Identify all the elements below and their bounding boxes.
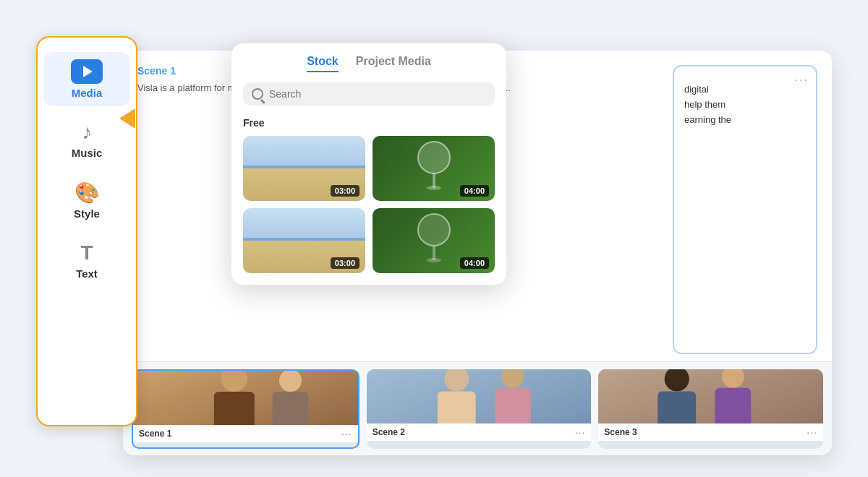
video-thumb-4[interactable]: 04:00	[373, 208, 495, 273]
search-icon	[252, 88, 263, 100]
tab-project-media[interactable]: Project Media	[356, 55, 431, 72]
svg-point-18	[418, 214, 450, 246]
video-duration-4: 04:00	[460, 257, 489, 269]
sidebar: Media ♪ Music 🎨 Style T Text	[36, 36, 137, 426]
right-content-card: ··· digitalhelp themearning the	[673, 65, 817, 354]
scene-card-1-label: Scene 1	[139, 429, 171, 439]
scene-2-thumbnail	[367, 369, 592, 424]
video-duration-1: 03:00	[331, 185, 359, 197]
svg-point-17	[427, 186, 441, 190]
stock-panel: Stock Project Media Free 03:00	[231, 43, 506, 285]
main-scene: Scene 1 Visla is a platform for marketer…	[36, 22, 832, 455]
right-card-menu-icon[interactable]: ···	[795, 74, 809, 87]
style-icon: 🎨	[75, 181, 100, 205]
search-input[interactable]	[269, 88, 486, 100]
stock-tabs: Stock Project Media	[243, 55, 495, 72]
scene-card-3-bottom: Scene 3 ···	[598, 424, 823, 441]
sidebar-label-text: Text	[76, 267, 98, 280]
sidebar-label-media: Media	[72, 87, 103, 99]
sidebar-item-media[interactable]: Media	[43, 52, 130, 106]
video-grid: 03:00 04:00	[243, 136, 495, 273]
sidebar-item-style[interactable]: 🎨 Style	[43, 173, 130, 227]
play-icon	[83, 66, 93, 77]
sidebar-item-text[interactable]: T Text	[43, 234, 130, 287]
sidebar-label-style: Style	[74, 207, 100, 220]
svg-point-20	[427, 258, 441, 262]
scene-1-thumbnail	[133, 371, 358, 425]
video-duration-2: 04:00	[460, 185, 489, 197]
right-card-text: digitalhelp themearning the	[684, 82, 806, 127]
scene-card-3[interactable]: Scene 3 ···	[598, 369, 823, 449]
search-bar[interactable]	[243, 82, 495, 106]
video-thumb-2[interactable]: 04:00	[373, 136, 495, 201]
video-thumb-1[interactable]: 03:00	[243, 136, 365, 201]
svg-rect-14	[715, 387, 752, 423]
free-section-label: Free	[243, 117, 495, 129]
svg-rect-9	[495, 387, 531, 423]
text-icon: T	[80, 241, 93, 265]
scene-card-1[interactable]: Scene 1 ···	[132, 369, 359, 449]
music-icon: ♪	[82, 121, 92, 144]
media-icon	[71, 59, 103, 84]
svg-rect-5	[367, 369, 592, 424]
beach-sky-2	[243, 208, 365, 241]
scene-card-2-bottom: Scene 2 ···	[367, 424, 592, 441]
svg-point-15	[418, 142, 450, 173]
scene-3-thumbnail	[598, 369, 823, 424]
scene-card-2[interactable]: Scene 2 ···	[367, 369, 592, 449]
video-duration-3: 03:00	[331, 257, 359, 269]
video-thumb-3[interactable]: 03:00	[243, 208, 365, 273]
beach-sky-1	[243, 136, 365, 168]
sidebar-item-music[interactable]: ♪ Music	[43, 113, 130, 166]
scene-card-3-label: Scene 3	[604, 427, 637, 437]
svg-rect-2	[214, 391, 255, 424]
sidebar-label-music: Music	[72, 147, 103, 159]
scenes-strip: Scene 1 ···	[123, 361, 832, 455]
svg-rect-7	[438, 391, 476, 423]
cursor-arrow-icon	[119, 108, 135, 129]
scene-card-2-menu[interactable]: ···	[575, 426, 586, 438]
svg-rect-12	[658, 391, 697, 423]
scene-card-1-menu[interactable]: ···	[341, 428, 352, 439]
scene-card-1-bottom: Scene 1 ···	[133, 425, 358, 442]
tab-stock[interactable]: Stock	[307, 55, 339, 72]
svg-rect-4	[273, 391, 309, 424]
svg-rect-10	[598, 369, 823, 424]
scene-card-3-menu[interactable]: ···	[807, 426, 817, 438]
scene-card-2-label: Scene 2	[373, 427, 405, 437]
